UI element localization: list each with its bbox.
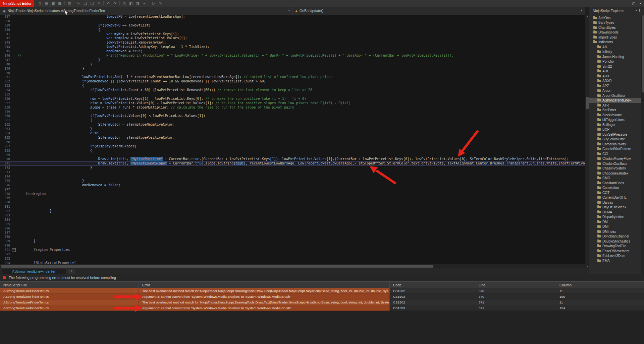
code-line[interactable]: 356 run = lowPvtPriceList.Keys[1] - lowP… [0,97,585,101]
explorer-item-cmo[interactable]: CMO [589,176,641,181]
explorer-item-apz[interactable]: APZ [589,83,641,88]
code-line[interactable]: 353 { [0,84,585,88]
code-line[interactable]: 350 [0,71,585,75]
save-icon[interactable]: ▣ [51,1,55,6]
code-line[interactable]: 393 [0,257,585,261]
explorer-item-bollinger[interactable]: Bollinger [589,122,641,127]
undo-icon[interactable]: ↶ [106,1,110,6]
explorer-scrollbar[interactable] [641,15,644,274]
code-line[interactable]: 392 [0,252,585,257]
add-tab-button[interactable]: + [68,269,75,274]
code-line[interactable]: 357 rise = lowPvtPriceList.Values[0] - l… [0,101,585,106]
explorer-item-bartimer[interactable]: BarTimer [589,108,641,113]
code-line[interactable]: 376 oneRemoved = false; [0,183,585,188]
explorer-item-buysellpressure[interactable]: BuySellPressure [589,132,641,137]
pin-icon[interactable] [638,7,641,15]
code-line[interactable]: 348 } [0,62,585,67]
code-line[interactable]: 344 lowPvtPriceList.Add(myKey, templow -… [0,45,585,49]
code-line[interactable]: 351 lowPvtPriceList.Add(- 1 * recentLowP… [0,75,585,79]
code-line[interactable]: 375 } [0,179,585,183]
code-line[interactable]: 362 StTermColor = sTermSlopeNegativeColo… [0,123,585,127]
code-line[interactable]: 339 if(lowpvtP0 == lowpvtList) [0,23,585,28]
explorer-item-indicators[interactable]: Indicators [589,40,641,45]
code-line[interactable]: 394 [NinjaScriptProperty] [0,261,585,264]
column-header-line[interactable]: Line [475,282,556,288]
redo-icon[interactable]: ↷ [113,1,117,6]
open-icon[interactable]: ▤ [44,1,49,6]
copy-icon[interactable]: ❐ [83,1,88,6]
code-line[interactable]: 365 StTermColor = sTermSlopePositiveColo… [0,136,585,140]
code-line[interactable]: 338 [0,19,585,23]
code-line[interactable]: 361 { [0,118,585,123]
print-icon[interactable]: ▥ [67,1,71,6]
explorer-item-donchianchannel[interactable]: DonchianChannel [589,234,641,239]
type-selector-dropdown[interactable]: ▣NinjaTrader.NinjaScript.Indicators.AStr… [0,7,293,15]
explorer-item-drawingtools[interactable]: DrawingTools [589,30,641,35]
find-icon[interactable]: ◎ [122,1,126,6]
explorer-item-importtypes[interactable]: ImportTypes [589,35,641,40]
explorer-item-chaikinmoneyflow[interactable]: ChaikinMoneyFlow [589,156,641,161]
code-line[interactable]: 366 [0,140,585,144]
vertical-scroll-thumb[interactable] [586,97,589,109]
explorer-item-aroonoscillator[interactable]: AroonOscillator [589,93,641,98]
explorer-item-dayoftheweek[interactable]: DayOfTheWeek [589,205,641,210]
code-line[interactable]: 387 [0,231,585,235]
explorer-item-doublestochastics[interactable]: DoubleStochastics [589,239,641,244]
code-line[interactable]: 390 [0,244,585,248]
error-row[interactable]: AStrongTrendLineFinderTen.csThe best ove… [0,299,644,305]
code-line[interactable]: 379 [0,196,585,200]
cut-icon[interactable]: ✂ [76,1,81,6]
code-line[interactable]: 354 if(lowPvtPriceList.Count > 60) {lowP… [0,88,585,92]
column-header-code[interactable]: Code [390,282,475,288]
code-line[interactable]: 374 [0,175,585,179]
explorer-item-blttriggerlines[interactable]: bltTriggerLines [589,118,641,123]
code-line[interactable]: 377 [0,188,585,192]
explorer-item-jamesharding[interactable]: JamesHarding [589,54,641,59]
code-line[interactable]: 347 } [0,58,585,62]
maximize-button[interactable]: ▢ [632,2,635,5]
explorer-item-drawingtooltile[interactable]: DrawingToolTile [589,244,641,249]
explorer-item-ab[interactable]: AB [589,45,641,50]
code-line[interactable]: 370 Draw.Line(this, "MyLinePositive" + C… [0,157,585,161]
explorer-item-sim22[interactable]: Sim22 [589,64,641,69]
chevron-down-icon[interactable]: ▾ [581,7,582,15]
code-line[interactable]: 346// Print("Removed in Production" + " … [0,54,585,58]
code-line[interactable]: 372 } [0,166,585,170]
column-header-column[interactable]: Column [556,282,644,288]
code-line[interactable]: 388 [0,235,585,239]
explorer-item-cci[interactable]: CCI [589,151,641,156]
explorer-item-infinity[interactable]: Infinity [589,50,641,55]
explorer-item-adx[interactable]: ADX [589,74,641,79]
explorer-item-easeofmovement[interactable]: EaseOfMovement [589,249,641,254]
explorer-item-candlestickpattern[interactable]: CandleStickPattern [589,147,641,152]
code-line[interactable]: 385 [0,222,585,226]
explorer-item-bop[interactable]: BOP [589,127,641,132]
error-row[interactable]: AStrongTrendLineFinderTen.csArgument 8: … [0,294,644,299]
explorer-item-aroon[interactable]: Aroon [589,88,641,93]
compile-icon[interactable]: ▷ [152,1,156,6]
new-file-icon[interactable]: ▯ [38,1,42,6]
explorer-item-blockvolume[interactable]: BlockVolume [589,113,641,118]
code-line[interactable]: 363 } [0,127,585,131]
column-header-error[interactable]: Error [139,282,390,288]
code-line[interactable]: 345 oneRemoved = true; [0,49,585,54]
explorer-item-ema[interactable]: EMA [589,258,641,263]
tab-astrongtrendlinefinderten[interactable]: AStrongTrendLineFinderTen [2,269,66,274]
code-line[interactable]: 371 Draw.Text(this, "MyTextLowStSlope" +… [0,161,585,166]
explorer-item-addons[interactable]: AddOns [589,15,641,20]
code-line[interactable]: 367 if(displayStTermSlopes) [0,144,585,149]
horizontal-scroll-thumb[interactable] [1,265,433,268]
explorer-item-disparityindex[interactable]: DisparityIndex [589,215,641,220]
code-line[interactable]: 359 [0,110,585,114]
chevron-down-icon[interactable]: ▾ [636,7,637,15]
code-line[interactable]: 355 [0,92,585,97]
explorer-item-dema[interactable]: DEMA [589,210,641,215]
fold-collapse-icon[interactable]: − [12,248,16,252]
code-line[interactable]: 349 } [0,67,585,71]
code-line[interactable]: 341 var myKey = lowPvtPriceList.Keys[i]; [0,32,585,37]
explorer-item-constantlines[interactable]: ConstantLines [589,181,641,186]
code-line[interactable]: 340 { [0,28,585,32]
explorer-item-choppinessindex[interactable]: ChoppinessIndex [589,171,641,176]
explorer-item-chaikinoscillator[interactable]: ChaikinOscillator [589,161,641,166]
chevron-down-icon[interactable]: ▾ [288,7,290,15]
